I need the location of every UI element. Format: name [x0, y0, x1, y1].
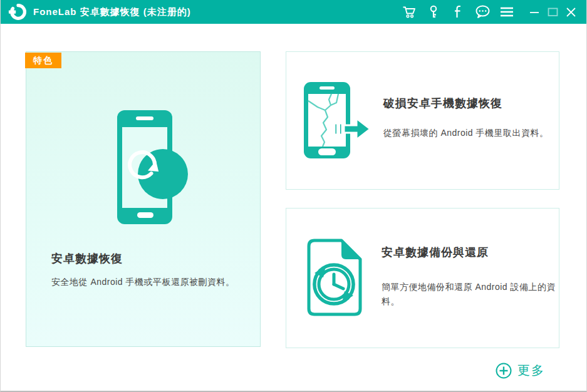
- store-cart-icon[interactable]: [400, 4, 418, 20]
- featured-card-title: 安卓數據恢復: [51, 251, 123, 266]
- broken-phone-extract-icon: [304, 82, 371, 160]
- broken-card-description: 從螢幕損壞的 Android 手機里取出資料。: [383, 126, 560, 140]
- backup-card-title: 安卓數據備份與還原: [382, 245, 489, 260]
- register-key-icon[interactable]: [424, 4, 443, 20]
- window-controls: [526, 4, 579, 20]
- fonelab-logo-icon: [8, 3, 27, 21]
- featured-badge: 特色: [25, 53, 61, 68]
- close-button[interactable]: [563, 4, 579, 20]
- feedback-bubble-icon[interactable]: [473, 4, 492, 20]
- window-title: FoneLab 安卓數據恢復 (未注册的): [33, 6, 191, 18]
- phone-restore-icon: [117, 110, 189, 224]
- more-button[interactable]: 更多: [496, 362, 545, 379]
- app-window: FoneLab 安卓數據恢復 (未注册的): [0, 0, 587, 392]
- card-backup-restore[interactable]: 安卓數據備份與還原 簡單方便地備份和還原 Android 設備上的資料。: [286, 208, 559, 348]
- card-broken-phone-recovery[interactable]: 破損安卓手機數據恢復 從螢幕損壞的 Android 手機里取出資料。: [286, 51, 559, 190]
- minimize-button[interactable]: [526, 4, 543, 20]
- card-android-data-recovery[interactable]: 特色 安卓數據恢復 安全地從 Android 手機或平板還原被刪資料。: [26, 51, 261, 347]
- broken-card-title: 破損安卓手機數據恢復: [383, 96, 502, 111]
- backup-card-description: 簡單方便地備份和還原 Android 設備上的資料。: [382, 280, 562, 309]
- maximize-button[interactable]: [544, 4, 561, 20]
- plus-circle-icon: [496, 363, 512, 379]
- menu-icon[interactable]: [497, 4, 516, 20]
- titlebar: FoneLab 安卓數據恢復 (未注册的): [1, 0, 586, 24]
- facebook-icon[interactable]: [449, 4, 467, 20]
- featured-card-description: 安全地從 Android 手機或平板還原被刪資料。: [51, 275, 249, 289]
- document-clock-backup-icon: [307, 239, 362, 316]
- more-label: 更多: [517, 362, 545, 379]
- titlebar-actions: [400, 4, 516, 20]
